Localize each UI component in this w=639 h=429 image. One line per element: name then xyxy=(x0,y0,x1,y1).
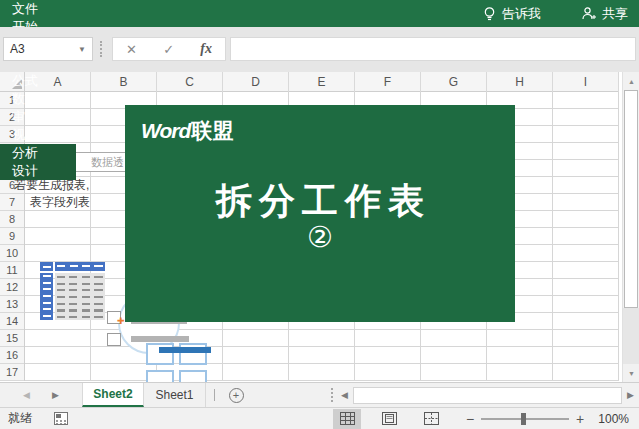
logo-cn-text: 联盟 xyxy=(191,119,233,142)
formula-bar-grip[interactable] xyxy=(100,41,102,57)
zoom-in-button[interactable]: + xyxy=(573,411,587,427)
row-header-15[interactable]: 15 xyxy=(0,330,24,347)
row-header-14[interactable]: 14 xyxy=(0,313,24,330)
pivot-icon-body xyxy=(55,273,105,320)
row-header-10[interactable]: 10 xyxy=(0,245,24,262)
column-header-H[interactable]: H xyxy=(487,72,553,92)
pivot-checkbox-2 xyxy=(107,333,121,346)
zoom-slider-track[interactable] xyxy=(481,418,569,420)
pivot-table-icon xyxy=(40,262,105,320)
sheet-tab-Sheet1[interactable]: Sheet1 xyxy=(144,383,206,407)
row-header-9[interactable]: 9 xyxy=(0,228,24,245)
pivot-field-bar-2 xyxy=(131,336,189,342)
tell-me-button[interactable]: 告诉我 xyxy=(471,5,552,23)
normal-view-icon xyxy=(340,412,355,425)
sheet-tab-Sheet2[interactable]: Sheet2 xyxy=(82,383,144,407)
name-box-dropdown-icon[interactable]: ▼ xyxy=(78,45,86,54)
insert-function-icon[interactable]: fx xyxy=(200,41,212,57)
formula-buttons: ✕ ✓ fx xyxy=(112,37,226,61)
column-headers: ABCDEFGHI xyxy=(25,72,619,92)
vertical-scrollbar[interactable]: ▲ ▼ xyxy=(622,72,639,382)
pivot-hint-line2: 表字段列表 xyxy=(30,194,90,211)
column-header-E[interactable]: E xyxy=(289,72,355,92)
zoom-out-button[interactable]: − xyxy=(463,411,477,427)
tab-split-grip[interactable] xyxy=(331,388,333,402)
formula-input[interactable] xyxy=(230,37,636,61)
scroll-up-icon[interactable]: ▲ xyxy=(623,72,639,90)
ribbon-tab-5[interactable]: 公式 xyxy=(0,72,76,90)
tab-separator xyxy=(214,389,215,401)
row-header-11[interactable]: 11 xyxy=(0,262,24,279)
tab-nav-right-icon[interactable]: ▶ xyxy=(47,383,64,407)
page-break-preview-icon xyxy=(424,412,439,425)
row-header-12[interactable]: 12 xyxy=(0,279,24,296)
pivot-icon-header-column xyxy=(40,273,53,320)
sheet-tab-bar: ◀ ▶ Sheet2Sheet1 + ◀ ▶ xyxy=(0,382,639,407)
view-shortcuts xyxy=(333,409,445,429)
column-header-C[interactable]: C xyxy=(157,72,223,92)
share-person-icon xyxy=(581,6,597,21)
page-layout-icon xyxy=(382,412,397,425)
zoom-percentage[interactable]: 100% xyxy=(587,412,629,426)
scroll-left-icon[interactable]: ◀ xyxy=(336,390,353,400)
add-sheet-plus-icon: + xyxy=(229,388,244,403)
add-sheet-button[interactable]: + xyxy=(223,383,249,407)
formula-bar-area: A3 ▼ ✕ ✓ fx xyxy=(0,27,639,72)
column-header-G[interactable]: G xyxy=(421,72,487,92)
cancel-icon[interactable]: ✕ xyxy=(126,42,137,57)
enter-icon[interactable]: ✓ xyxy=(163,42,174,57)
column-header-I[interactable]: I xyxy=(553,72,619,92)
name-box[interactable]: A3 ▼ xyxy=(3,37,93,61)
page-layout-view-button[interactable] xyxy=(375,409,403,429)
ribbon-tab-9[interactable]: 分析 xyxy=(0,144,76,162)
share-label: 共享 xyxy=(602,5,628,23)
card-badge-number: ② xyxy=(125,220,515,254)
column-header-B[interactable]: B xyxy=(91,72,157,92)
status-bar: 就绪 − + 100% xyxy=(0,407,639,429)
status-mode-label: 就绪 xyxy=(8,410,32,427)
row-header-17[interactable]: 17 xyxy=(0,364,24,381)
macro-record-icon[interactable] xyxy=(54,412,68,425)
pivot-field-box-text: 数据透 xyxy=(91,155,124,170)
row-header-13[interactable]: 13 xyxy=(0,296,24,313)
word-union-logo: Word联盟 xyxy=(141,117,233,145)
vertical-scrollbar-thumb[interactable] xyxy=(624,90,638,308)
vertical-scrollbar-track[interactable] xyxy=(623,308,639,364)
column-header-D[interactable]: D xyxy=(223,72,289,92)
lightbulb-icon xyxy=(482,6,497,22)
horizontal-scrollbar-track[interactable] xyxy=(353,387,622,404)
zoom-control: − + 100% xyxy=(463,411,629,427)
tutorial-overlay-card: Word联盟 拆分工作表 ② xyxy=(125,105,515,322)
tell-me-label: 告诉我 xyxy=(502,5,541,23)
ribbon-tab-6[interactable]: 数据 xyxy=(0,90,76,108)
scroll-down-icon[interactable]: ▼ xyxy=(623,364,639,382)
ribbon-tab-7[interactable]: 审阅 xyxy=(0,108,76,126)
card-title: 拆分工作表 xyxy=(125,177,515,226)
row-header-16[interactable]: 16 xyxy=(0,347,24,364)
scroll-right-icon[interactable]: ▶ xyxy=(622,390,639,400)
page-break-view-button[interactable] xyxy=(417,409,445,429)
name-box-value: A3 xyxy=(10,42,25,56)
zoom-slider-handle[interactable] xyxy=(521,413,526,425)
ribbon-tabs: 文件开始插入页面布局公式数据审阅视图分析设计 xyxy=(0,0,76,27)
pivot-checkbox-orange-mark: ✚ xyxy=(117,316,125,326)
sheet-tabs: Sheet2Sheet1 xyxy=(82,383,206,407)
ribbon-tab-1[interactable]: 文件 xyxy=(0,0,76,18)
ribbon-tab-bar: 文件开始插入页面布局公式数据审阅视图分析设计 告诉我 共享 xyxy=(0,0,639,27)
ribbon-tab-10[interactable]: 设计 xyxy=(0,162,76,180)
pivot-field-bar-blue xyxy=(159,347,211,353)
tab-nav-left-icon[interactable]: ◀ xyxy=(18,383,35,407)
pivot-icon-corner xyxy=(40,262,53,271)
horizontal-scrollbar[interactable]: ◀ ▶ xyxy=(331,383,639,407)
row-header-8[interactable]: 8 xyxy=(0,211,24,228)
logo-word-text: Word xyxy=(141,119,190,142)
column-header-F[interactable]: F xyxy=(355,72,421,92)
row-header-7[interactable]: 7 xyxy=(0,194,24,211)
ribbon-tab-8[interactable]: 视图 xyxy=(0,126,76,144)
ribbon-right-group: 告诉我 共享 xyxy=(471,0,639,27)
normal-view-button[interactable] xyxy=(333,409,361,429)
share-button[interactable]: 共享 xyxy=(570,5,639,23)
pivot-icon-header-row xyxy=(55,262,105,271)
